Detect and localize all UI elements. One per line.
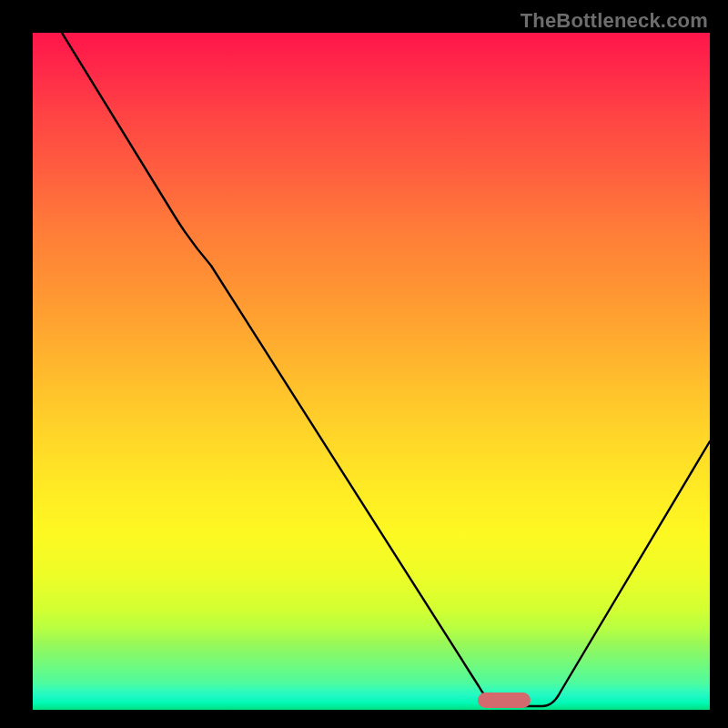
bottleneck-curve xyxy=(33,33,710,710)
curve-path xyxy=(62,33,710,706)
watermark-text: TheBottleneck.com xyxy=(521,9,708,33)
chart-container: TheBottleneck.com xyxy=(0,0,728,728)
optimal-marker xyxy=(478,693,531,708)
plot-area xyxy=(33,33,710,710)
